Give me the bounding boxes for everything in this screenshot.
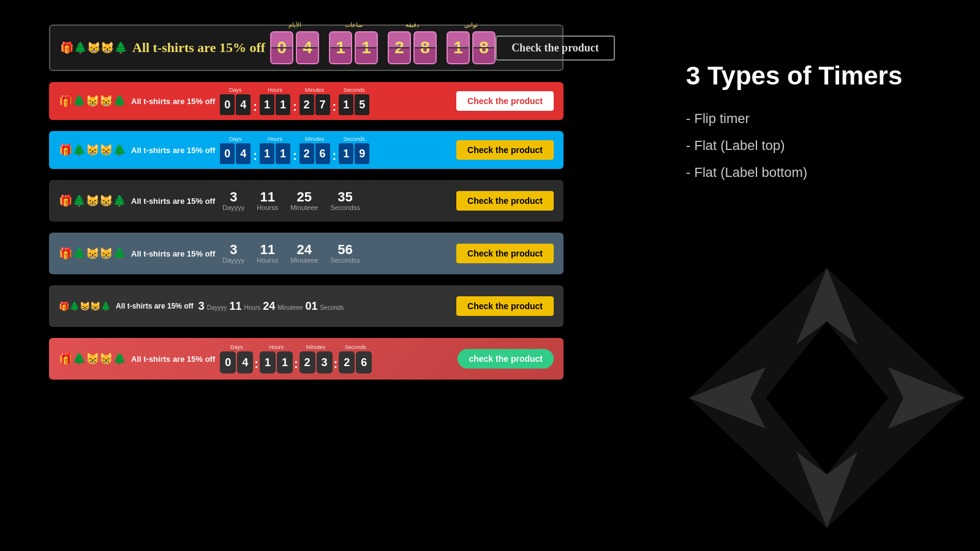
flat-row-seconds-salmon: 2 6 xyxy=(339,351,372,373)
right-panel: 3 Types of Timers - Flip timer - Flat (L… xyxy=(686,61,931,186)
check-btn-salmon[interactable]: check the product xyxy=(458,349,554,369)
flat-bottom-unit-minutes-gb: 24 Minuteee xyxy=(290,243,318,264)
flip-tile-d2: 4 xyxy=(296,31,319,64)
flat-row-seconds-cyan: 1 9 xyxy=(339,143,369,164)
flat-pair-minutes-red: Minutes 2 7 xyxy=(300,87,330,115)
flip-label-hours: ساعات xyxy=(345,21,363,28)
flat-bottom-unit-hours-d1: 11 Hourss xyxy=(257,190,278,211)
timer-bar-dark1: 🎁🌲😸😸🌲 All t-shirts are 15% off 3 Dayyyy … xyxy=(49,180,564,222)
flat-bottom-unit-hours-gb: 11 Hourss xyxy=(257,243,278,264)
flat-small-num-m-d2: 24 xyxy=(263,300,275,313)
flat-label-minutes-cyan: Minutes xyxy=(305,136,325,142)
flat-bottom-num-hours-d1: 11 xyxy=(260,190,275,204)
flat-tile-s1-cyan: 1 xyxy=(339,143,353,164)
timer-bar-red: 🎁🌲😸😸🌲 All t-shirts are 15% off Days 0 4 … xyxy=(49,82,564,120)
flat-tile-h2-cyan: 1 xyxy=(276,143,290,164)
flat-small-lbl-m-d2: Minuteee xyxy=(277,304,303,311)
flat-tile-d2-salmon: 4 xyxy=(237,351,253,373)
flat-pair-hours-red: Hours 1 1 xyxy=(260,87,290,115)
flip-tile-s1: 1 xyxy=(447,31,470,64)
bar-icons-1: 🎁🌲😸😸🌲 xyxy=(60,41,127,54)
flat-bottom-lbl-days-gb: Dayyyy xyxy=(222,257,244,264)
flat-bottom-unit-seconds-d1: 35 Secondss xyxy=(330,190,360,211)
bar-label-2: All t-shirts are 15% off xyxy=(131,97,215,106)
flat-row-minutes-red: 2 7 xyxy=(300,94,330,115)
flat-bottom-lbl-seconds-gb: Secondss xyxy=(330,257,360,264)
flat-bottom-num-seconds-gb: 56 xyxy=(337,243,352,257)
timer-bar-dark2: 🎁🌲😸😸🌲 All t-shirts are 15% off 3 Dayyyy … xyxy=(49,285,564,327)
flat-sep-2-cyan: : xyxy=(293,149,297,163)
bar-icons-2: 🎁🌲😸😸🌲 xyxy=(59,94,126,108)
check-btn-cyan[interactable]: Check the product xyxy=(456,140,554,160)
flat-bottom-num-days-d1: 3 xyxy=(230,190,237,204)
flat-small-lbl-s-d2: Seconds xyxy=(320,304,344,311)
flat-bottom-lbl-days-d1: Dayyyy xyxy=(222,204,244,211)
timer-bar-salmon: 🎁🌲😸😸🌲 All t-shirts are 15% off Days 0 4 … xyxy=(49,338,564,380)
timer-types-list: - Flip timer - Flat (Label top) - Flat (… xyxy=(686,105,931,186)
flat-pair-seconds-salmon: Seconds 2 6 xyxy=(339,344,372,373)
flat-tile-m2-salmon: 3 xyxy=(317,351,333,373)
check-btn-dark1[interactable]: Check the product xyxy=(456,191,554,211)
flat-row-hours-salmon: 1 1 xyxy=(260,351,293,373)
flat-bottom-lbl-seconds-d1: Secondss xyxy=(330,204,360,211)
flat-tile-h1-cyan: 1 xyxy=(260,143,274,164)
check-btn-dark2[interactable]: Check the product xyxy=(456,296,554,316)
flat-small-lbl-d-d2: Dayyyy xyxy=(207,304,227,311)
flat-label-hours-cyan: Hours xyxy=(268,136,282,142)
bar-label-6: All t-shirts are 15% off xyxy=(116,302,194,310)
flat-sep-3-cyan: : xyxy=(333,149,337,163)
flip-tile-m1: 2 xyxy=(388,31,411,64)
check-btn-flip[interactable]: Check the product xyxy=(496,36,615,61)
flat-sep-3-salmon: : xyxy=(334,357,338,371)
flat-label-minutes-salmon: Minutes xyxy=(306,344,326,350)
flat-pair-seconds-cyan: Seconds 1 9 xyxy=(339,136,369,164)
flat-bottom-num-hours-gb: 11 xyxy=(260,243,275,257)
bar-icons-4: 🎁🌲😸😸🌲 xyxy=(59,194,126,208)
flat-row-minutes-cyan: 2 6 xyxy=(300,143,330,164)
flat-pair-days-salmon: Days 0 4 xyxy=(220,344,253,373)
flat-pair-hours-salmon: Hours 1 1 xyxy=(260,344,293,373)
flat-label-hours-red: Hours xyxy=(268,87,282,93)
bar-icons-5: 🎁🌲😸😸🌲 xyxy=(59,247,126,260)
bar-icons-6: 🎁🌲😸😸🌲 xyxy=(59,301,111,311)
flat-bottom-num-minutes-gb: 24 xyxy=(297,243,312,257)
timer-bar-grayblue: 🎁🌲😸😸🌲 All t-shirts are 15% off 3 Dayyyy … xyxy=(49,233,564,274)
flat-bottom-num-minutes-d1: 25 xyxy=(297,190,312,204)
timer-type-flip: - Flip timer xyxy=(686,105,931,132)
timer-bar-flip: 🎁🌲😸😸🌲 All t-shirts are 15% off الأيام 0 … xyxy=(49,24,564,71)
flat-tile-m1-red: 2 xyxy=(300,94,314,115)
flat-pair-seconds-red: Seconds 1 5 xyxy=(339,87,369,115)
flat-tile-d1-red: 0 xyxy=(220,94,235,115)
flat-bottom-lbl-minutes-gb: Minuteee xyxy=(290,257,318,264)
flat-row-days-red: 0 4 xyxy=(220,94,251,115)
flat-row-days-salmon: 0 4 xyxy=(220,351,253,373)
flat-pair-minutes-salmon: Minutes 2 3 xyxy=(300,344,333,373)
bar-label-4: All t-shirts are 15% off xyxy=(131,197,215,206)
flat-pair-days-cyan: Days 0 4 xyxy=(220,136,251,164)
flat-sep-2-salmon: : xyxy=(294,357,298,371)
flat-sep-1-cyan: : xyxy=(253,149,257,163)
right-title: 3 Types of Timers xyxy=(686,61,931,91)
flat-label-days-red: Days xyxy=(229,87,242,93)
flat-pair-hours-cyan: Hours 1 1 xyxy=(260,136,290,164)
bar-label-1: All t-shirts are 15% off xyxy=(132,40,265,56)
flip-tile-s2: 8 xyxy=(472,31,496,64)
flat-bottom-lbl-hours-gb: Hourss xyxy=(257,257,278,264)
flat-tile-m2-red: 7 xyxy=(315,94,330,115)
check-btn-grayblue[interactable]: Check the product xyxy=(456,244,554,263)
timer-type-flat-bottom: - Flat (Label bottom) xyxy=(686,159,931,186)
flat-bottom-unit-days-d1: 3 Dayyyy xyxy=(222,190,244,211)
flat-tile-d2-cyan: 4 xyxy=(236,143,251,164)
flip-minutes: دقيقة 2 8 xyxy=(388,31,437,64)
flat-row-hours-cyan: 1 1 xyxy=(260,143,290,164)
flat-bottom-unit-seconds-gb: 56 Secondss xyxy=(330,243,360,264)
flat-tile-s2-red: 5 xyxy=(355,94,369,115)
flat-row-days-cyan: 0 4 xyxy=(220,143,251,164)
flat-sep-2-red: : xyxy=(293,100,297,114)
bar-label-5: All t-shirts are 15% off xyxy=(131,249,215,258)
flip-days: الأيام 0 4 xyxy=(270,31,319,64)
flat-label-seconds-salmon: Seconds xyxy=(345,344,366,350)
check-btn-red[interactable]: Check the product xyxy=(456,91,554,111)
flat-tile-d2-red: 4 xyxy=(236,94,251,115)
flat-bottom-lbl-minutes-d1: Minuteee xyxy=(290,204,318,211)
